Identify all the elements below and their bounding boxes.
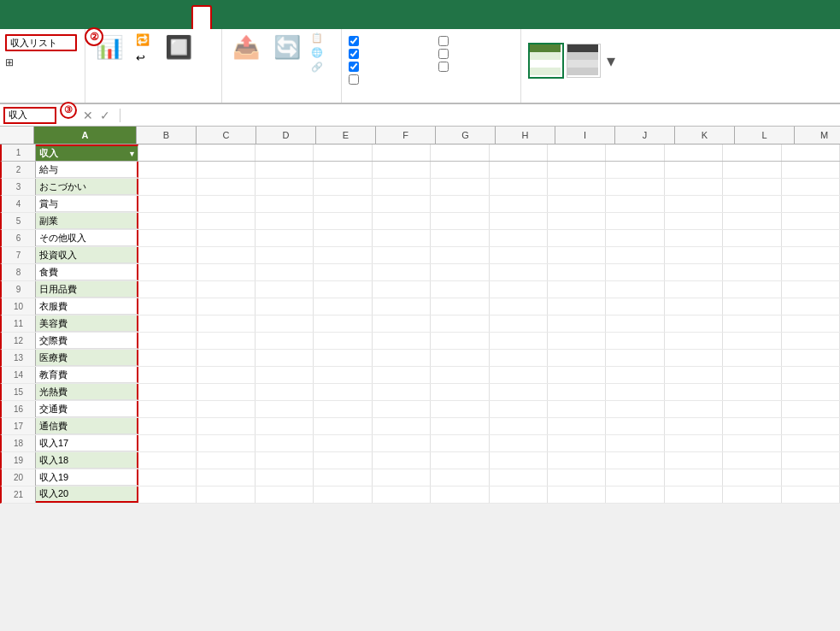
- cell-11-c[interactable]: [197, 316, 255, 332]
- col-header-b[interactable]: B: [137, 127, 197, 144]
- tab-data[interactable]: [89, 5, 106, 29]
- checkbox-last-col[interactable]: [438, 62, 514, 72]
- cell-4-l[interactable]: [723, 196, 781, 212]
- cell-15-b[interactable]: [138, 384, 197, 400]
- cell-1-l[interactable]: [723, 144, 781, 161]
- col-header-g[interactable]: G: [436, 127, 496, 144]
- cell-10-f[interactable]: [373, 298, 431, 315]
- cell-2-g[interactable]: [431, 162, 489, 178]
- cell-18-a[interactable]: 収入17: [36, 435, 138, 451]
- cell-16-j[interactable]: [606, 401, 664, 417]
- cell-7-f[interactable]: [373, 247, 431, 263]
- cell-2-a[interactable]: 給与: [36, 162, 138, 178]
- cell-16-f[interactable]: [373, 401, 431, 417]
- cell-19-d[interactable]: [256, 452, 314, 469]
- cell-20-c[interactable]: [197, 469, 255, 486]
- cell-1-f[interactable]: [373, 144, 431, 161]
- cell-10-m[interactable]: [782, 298, 840, 315]
- cell-9-g[interactable]: [431, 281, 489, 298]
- cell-21-d[interactable]: [256, 487, 314, 503]
- cell-5-k[interactable]: [665, 213, 723, 229]
- cell-19-b[interactable]: [138, 452, 197, 469]
- cell-18-m[interactable]: [782, 435, 840, 451]
- cell-17-k[interactable]: [665, 418, 723, 434]
- col-header-i[interactable]: I: [555, 127, 615, 144]
- cell-2-k[interactable]: [665, 162, 723, 178]
- cell-6-l[interactable]: [723, 230, 781, 246]
- cell-10-k[interactable]: [665, 298, 723, 315]
- cell-19-e[interactable]: [314, 452, 372, 469]
- checkbox-total-row[interactable]: [438, 49, 514, 59]
- cell-14-c[interactable]: [197, 367, 255, 383]
- cell-5-j[interactable]: [606, 213, 664, 229]
- cell-6-b[interactable]: [138, 230, 197, 246]
- tab-table-design[interactable]: [191, 5, 212, 29]
- cell-20-g[interactable]: [431, 469, 489, 486]
- cell-20-k[interactable]: [665, 469, 723, 486]
- cell-20-e[interactable]: [314, 469, 372, 486]
- cell-5-a[interactable]: 副業: [36, 213, 138, 229]
- tab-help[interactable]: [157, 5, 174, 29]
- convert-range-button[interactable]: ↩: [133, 50, 155, 65]
- cell-8-e[interactable]: [314, 264, 372, 280]
- cell-21-l[interactable]: [723, 487, 781, 503]
- cell-10-j[interactable]: [606, 298, 664, 315]
- cell-7-g[interactable]: [431, 247, 489, 263]
- cell-2-b[interactable]: [138, 162, 197, 178]
- checkbox-header-row[interactable]: [349, 36, 425, 46]
- cell-7-b[interactable]: [138, 247, 197, 263]
- cell-12-d[interactable]: [256, 333, 314, 349]
- cell-13-b[interactable]: [138, 350, 197, 366]
- cell-10-g[interactable]: [431, 298, 489, 315]
- cell-15-m[interactable]: [782, 384, 840, 400]
- table-style-2[interactable]: [567, 44, 601, 78]
- cell-17-d[interactable]: [256, 418, 314, 434]
- cell-1-h[interactable]: [490, 144, 548, 161]
- cell-19-i[interactable]: [548, 452, 606, 469]
- cell-11-m[interactable]: [782, 316, 840, 332]
- cell-9-j[interactable]: [606, 281, 664, 298]
- col-header-k[interactable]: K: [675, 127, 735, 144]
- cell-19-g[interactable]: [431, 452, 489, 469]
- cell-3-k[interactable]: [665, 179, 723, 195]
- tab-review[interactable]: [106, 5, 123, 29]
- cell-11-g[interactable]: [431, 316, 489, 332]
- cell-5-l[interactable]: [723, 213, 781, 229]
- cell-10-e[interactable]: [314, 298, 372, 315]
- table-style-more[interactable]: ▾: [603, 50, 619, 71]
- col-header-j[interactable]: J: [615, 127, 675, 144]
- cell-13-h[interactable]: [490, 350, 548, 366]
- col-header-c[interactable]: C: [197, 127, 256, 144]
- cell-18-e[interactable]: [314, 435, 372, 451]
- cell-7-d[interactable]: [256, 247, 314, 263]
- cell-14-i[interactable]: [548, 367, 606, 383]
- cell-19-k[interactable]: [665, 452, 723, 469]
- cell-16-m[interactable]: [782, 401, 840, 417]
- cell-2-j[interactable]: [606, 162, 664, 178]
- cell-20-l[interactable]: [723, 469, 781, 486]
- cell-18-k[interactable]: [665, 435, 723, 451]
- cell-21-h[interactable]: [490, 487, 548, 503]
- cell-8-k[interactable]: [665, 264, 723, 280]
- unlink-button[interactable]: 🔗: [311, 62, 325, 73]
- cell-21-i[interactable]: [548, 487, 606, 503]
- cell-14-h[interactable]: [490, 367, 548, 383]
- cell-15-l[interactable]: [723, 384, 781, 400]
- remove-duplicates-button[interactable]: 🔁: [133, 32, 155, 47]
- cell-18-d[interactable]: [256, 435, 314, 451]
- cell-4-b[interactable]: [138, 196, 197, 212]
- cell-19-m[interactable]: [782, 452, 840, 469]
- checkbox-banded-rows[interactable]: [349, 62, 425, 72]
- cell-2-f[interactable]: [373, 162, 431, 178]
- cell-20-h[interactable]: [490, 469, 548, 486]
- cell-4-i[interactable]: [548, 196, 606, 212]
- cell-12-h[interactable]: [490, 333, 548, 349]
- cell-7-j[interactable]: [606, 247, 664, 263]
- checkbox-first-col[interactable]: [438, 36, 514, 46]
- cell-20-d[interactable]: [256, 469, 314, 486]
- cell-1-k[interactable]: [665, 144, 723, 161]
- cell-3-d[interactable]: [256, 179, 314, 195]
- cell-11-d[interactable]: [256, 316, 314, 332]
- cell-14-l[interactable]: [723, 367, 781, 383]
- cell-1-j[interactable]: [606, 144, 664, 161]
